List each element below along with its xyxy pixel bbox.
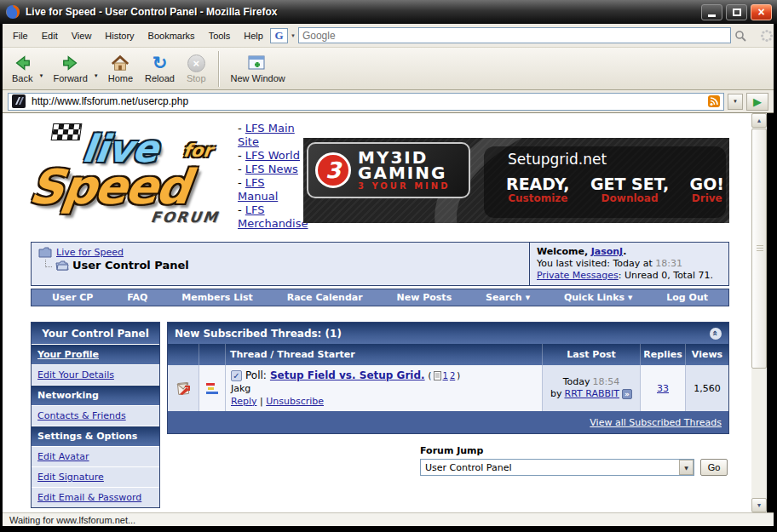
replies-count-link[interactable]: 33 (657, 383, 669, 394)
collapse-button[interactable]: « (710, 328, 722, 340)
url-dropdown-icon[interactable]: ▼ (728, 94, 743, 110)
link-lfs-world[interactable]: LFS World (245, 149, 300, 162)
thread-pages: ( 1 2 ) (429, 369, 461, 382)
page-1-link[interactable]: 1 (443, 369, 448, 382)
goto-last-post-button[interactable]: » (622, 389, 632, 399)
link-lfs-merchandise[interactable]: LFS Merchandise (238, 203, 308, 230)
scroll-down-icon: ▼ (757, 502, 763, 508)
sidebar-item-edit-avatar[interactable]: Edit Avatar (32, 446, 159, 466)
page-2-link[interactable]: 2 (450, 369, 455, 382)
menu-file[interactable]: File (6, 26, 35, 45)
chevron-down-icon: ▼ (628, 295, 632, 301)
lfs-forum-logo[interactable]: live for Speed FORUM (8, 120, 233, 229)
firefox-icon (5, 4, 20, 20)
thread-poll-cell (199, 365, 225, 411)
sidebar-item-edit-signature[interactable]: Edit Signature (32, 466, 159, 487)
sidebar-item-contacts-friends[interactable]: Contacts & Friends (32, 405, 159, 426)
scroll-up-button[interactable]: ▲ (751, 113, 767, 128)
scroll-up-icon: ▲ (757, 117, 763, 123)
close-button[interactable]: × (751, 4, 772, 20)
view-all-subscribed-link[interactable]: View all Subscribed Threads (590, 417, 722, 428)
forum-jump-select[interactable]: User Control Panel ▼ (420, 459, 694, 476)
column-views: Views (685, 344, 728, 365)
search-icon[interactable] (731, 27, 750, 43)
home-button[interactable]: Home (102, 49, 139, 89)
last-visit-time: 18:31 (655, 258, 682, 269)
menu-help[interactable]: Help (237, 26, 270, 45)
poll-prefix: Poll: (245, 369, 267, 382)
back-button[interactable]: Back (6, 49, 38, 89)
forward-arrow-icon (60, 54, 81, 72)
sidebar-category-settings: Settings & Options (32, 426, 159, 446)
link-row: - LFS Merchandise (238, 203, 306, 231)
sidebar-item-edit-details[interactable]: Edit Your Details (32, 364, 159, 385)
sidebar-item-edit-email-password[interactable]: Edit Email & Password (32, 487, 159, 507)
ad-banner[interactable]: 3 MY3ID GAMING 3 YOUR MIND Setupgrid.net… (303, 138, 729, 223)
multipage-icon (434, 371, 441, 380)
menu-view[interactable]: View (65, 26, 99, 45)
minimize-button[interactable] (701, 4, 722, 20)
search-input[interactable] (298, 27, 731, 43)
goto-last-icon: » (624, 391, 630, 398)
menu-history[interactable]: History (98, 26, 141, 45)
sidebar-item-your-profile[interactable]: Your Profile (32, 344, 159, 364)
menu-edit[interactable]: Edit (35, 26, 65, 45)
nav-new-posts[interactable]: New Posts (397, 292, 452, 303)
last-post-user-link[interactable]: RRT RABBIT (565, 388, 619, 400)
nav-user-cp[interactable]: User CP (52, 292, 93, 303)
username-link[interactable]: JasonJ (591, 246, 624, 257)
link-lfs-news[interactable]: LFS News (245, 163, 298, 175)
unsubscribe-link[interactable]: Unsubscribe (266, 396, 324, 407)
menu-bookmarks[interactable]: Bookmarks (141, 26, 202, 45)
search-engine-button[interactable]: G (270, 28, 288, 43)
minimize-icon (708, 14, 716, 17)
table-header-row: Thread / Thread Starter Last Post Replie… (168, 344, 728, 365)
check-icon: ✓ (233, 369, 239, 382)
forum-navbar: User CP FAQ Members List Race Calendar N… (31, 289, 729, 306)
nav-quick-links[interactable]: Quick Links▼ (564, 292, 632, 303)
new-window-button[interactable]: New Window (225, 49, 291, 89)
vertical-scrollbar[interactable]: ▲ ▼ (751, 113, 767, 512)
back-dropdown-icon[interactable]: ▼ (38, 73, 43, 78)
menu-tools[interactable]: Tools (202, 26, 238, 45)
page-content: live for Speed FORUM - LFS Main Site - L… (3, 113, 751, 512)
thread-status-cell (168, 365, 199, 411)
my3id-logo: 3 MY3ID GAMING 3 YOUR MIND (307, 142, 470, 198)
reload-button[interactable]: ↻ Reload (139, 49, 181, 89)
chevron-down-icon[interactable]: ▼ (291, 33, 296, 38)
link-lfs-main-site[interactable]: LFS Main Site (238, 122, 295, 148)
link-row: - LFS World (238, 149, 306, 163)
url-input[interactable] (30, 94, 704, 109)
thread-title-link[interactable]: Setup Field vs. Setup Grid. (270, 369, 425, 382)
reply-link[interactable]: Reply (231, 396, 256, 407)
home-icon (110, 54, 130, 72)
sidebar-title: Your Control Panel (32, 323, 159, 344)
scrollbar-thumb[interactable] (751, 129, 767, 369)
nav-log-out[interactable]: Log Out (666, 292, 708, 303)
subscribed-threads-panel: New Subscribed Threads: (1) « Thread / T… (167, 322, 729, 434)
breadcrumb-panel: Live for Speed User Control Panel Welcom… (31, 242, 729, 286)
views-cell: 1,560 (685, 365, 728, 411)
sidebar-category-networking: Networking (32, 385, 159, 405)
stop-icon: × (187, 54, 205, 72)
private-messages-link[interactable]: Private Messages (537, 270, 619, 281)
breadcrumb-root-link[interactable]: Live for Speed (56, 247, 124, 258)
stop-button[interactable]: × Stop (181, 49, 212, 89)
forward-button[interactable]: Forward (47, 49, 93, 89)
rss-icon[interactable] (708, 95, 720, 107)
forward-dropdown-icon[interactable]: ▼ (94, 73, 99, 78)
go-button[interactable]: ▶ (746, 93, 768, 111)
link-row: - LFS Manual (238, 176, 306, 203)
subscription-checkbox[interactable]: ✓ (231, 370, 242, 381)
nav-members-list[interactable]: Members List (181, 292, 253, 303)
link-lfs-manual[interactable]: LFS Manual (238, 176, 278, 203)
checkered-flag-icon (51, 123, 83, 140)
column-thread: Thread / Thread Starter (225, 344, 542, 365)
scroll-down-button[interactable]: ▼ (751, 498, 767, 512)
nav-search[interactable]: Search▼ (486, 292, 530, 303)
maximize-button[interactable] (726, 4, 747, 20)
chevron-down-icon: ▼ (526, 295, 530, 301)
nav-faq[interactable]: FAQ (127, 292, 147, 303)
forum-jump-go-button[interactable]: Go (700, 459, 728, 476)
nav-race-calendar[interactable]: Race Calendar (287, 292, 363, 303)
